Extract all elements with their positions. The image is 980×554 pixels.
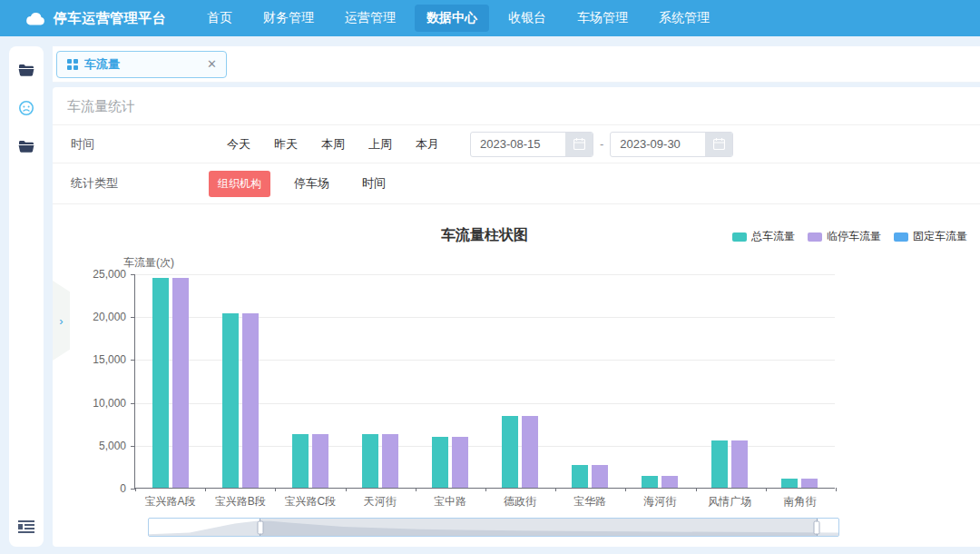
- y-tick-label: 15,000: [93, 353, 126, 366]
- x-tick-mark: [416, 488, 416, 491]
- bar-临停车流量: [662, 476, 678, 488]
- y-tick-label: 20,000: [93, 311, 126, 323]
- quick-range-昨天[interactable]: 昨天: [274, 136, 298, 153]
- bar-总车流量: [642, 476, 658, 488]
- bar-总车流量: [711, 440, 728, 488]
- bar-临停车流量: [312, 434, 328, 488]
- legend-label: 总车流量: [751, 229, 795, 244]
- indent-list-icon[interactable]: [17, 518, 35, 536]
- x-tick-mark: [766, 488, 767, 491]
- bar-group-宝兴路A段: 宝兴路A段: [135, 274, 205, 488]
- time-label: 时间: [53, 136, 227, 153]
- chart-legend: 总车流量临停车流量固定车流量: [732, 229, 967, 244]
- end-date-box: [610, 132, 733, 157]
- bar-临停车流量: [592, 465, 608, 488]
- legend-label: 临停车流量: [827, 229, 881, 244]
- datazoom-left-handle[interactable]: [257, 520, 263, 534]
- start-date-input[interactable]: [471, 137, 565, 151]
- quick-range-本周[interactable]: 本周: [321, 136, 345, 153]
- bar-groups: 宝兴路A段宝兴路B段宝兴路C段天河街宝中路德政街宝华路海河街风情广场南角街: [135, 274, 835, 488]
- folder-icon[interactable]: [17, 137, 35, 155]
- date-range-separator: -: [600, 137, 603, 151]
- bar-总车流量: [502, 416, 518, 488]
- type-option-组织机构[interactable]: 组织机构: [209, 171, 270, 197]
- bar-总车流量: [781, 479, 798, 488]
- bar-group-宝兴路B段: 宝兴路B段: [205, 274, 275, 488]
- bar-总车流量: [432, 437, 448, 488]
- grid-icon: [66, 58, 78, 70]
- x-axis-label: 宝兴路A段: [135, 494, 205, 509]
- face-icon[interactable]: [17, 99, 35, 117]
- x-axis-label: 宝中路: [415, 494, 485, 509]
- legend-marker: [808, 232, 822, 242]
- menu-item-首页[interactable]: 首页: [195, 5, 244, 32]
- legend-item-固定车流量[interactable]: 固定车流量: [894, 229, 967, 244]
- tab-strip: 车流量 ✕: [53, 46, 980, 83]
- tab-close-icon[interactable]: ✕: [207, 57, 217, 71]
- tab-label: 车流量: [84, 56, 201, 73]
- x-axis-label: 海河街: [625, 494, 695, 509]
- menu-item-系统管理[interactable]: 系统管理: [647, 5, 721, 32]
- bar-总车流量: [572, 465, 588, 488]
- x-tick-mark: [205, 488, 206, 491]
- calendar-icon[interactable]: [565, 132, 593, 157]
- x-tick-mark: [836, 488, 837, 491]
- datazoom-right-handle[interactable]: [814, 520, 820, 534]
- bar-总车流量: [362, 434, 378, 488]
- app-title: 停车运营管理平台: [54, 10, 166, 27]
- x-tick-mark: [485, 488, 486, 491]
- legend-label: 固定车流量: [913, 229, 967, 244]
- chart-header: 车流量柱状图 总车流量临停车流量固定车流量: [53, 226, 980, 248]
- bar-group-海河街: 海河街: [625, 274, 695, 488]
- datazoom-slider[interactable]: [148, 518, 839, 537]
- x-axis-label: 风情广场: [695, 494, 765, 509]
- time-filter-row: 时间 今天昨天本周上周本月 -: [53, 125, 980, 163]
- quick-range-buttons: 今天昨天本周上周本月: [227, 136, 439, 153]
- cloud-logo-icon: [25, 8, 45, 28]
- brand: 停车运营管理平台: [0, 8, 195, 28]
- bar-临停车流量: [382, 434, 398, 488]
- sidebar-collapse-handle[interactable]: ›: [53, 281, 70, 361]
- bar-group-宝华路: 宝华路: [555, 274, 625, 488]
- legend-item-总车流量[interactable]: 总车流量: [732, 229, 795, 244]
- x-axis-label: 宝兴路C段: [275, 494, 345, 509]
- menu-item-车场管理[interactable]: 车场管理: [565, 5, 640, 32]
- traffic-stats-panel: 车流量统计 时间 今天昨天本周上周本月 -: [53, 87, 980, 547]
- legend-marker: [732, 232, 747, 242]
- bar-总车流量: [222, 313, 239, 488]
- tab-traffic-flow[interactable]: 车流量 ✕: [56, 51, 227, 78]
- bar-总车流量: [292, 434, 309, 488]
- bar-临停车流量: [452, 437, 468, 488]
- bar-group-天河街: 天河街: [345, 274, 415, 488]
- x-axis-label: 南角街: [765, 494, 835, 509]
- menu-item-收银台[interactable]: 收银台: [496, 5, 558, 32]
- x-axis-label: 宝兴路B段: [205, 494, 275, 509]
- top-nav: 停车运营管理平台 首页财务管理运营管理数据中心收银台车场管理系统管理: [0, 0, 980, 36]
- bar-临停车流量: [801, 479, 818, 488]
- x-tick-mark: [346, 488, 347, 491]
- x-tick-mark: [696, 488, 697, 491]
- end-date-input[interactable]: [611, 137, 705, 151]
- start-date-box: [470, 132, 593, 157]
- folder-icon[interactable]: [17, 61, 35, 79]
- stat-type-row: 统计类型 组织机构停车场时间: [53, 163, 980, 204]
- x-axis-label: 天河街: [345, 494, 415, 509]
- bar-group-南角街: 南角街: [765, 274, 835, 488]
- menu-item-数据中心[interactable]: 数据中心: [415, 5, 489, 32]
- type-option-时间[interactable]: 时间: [353, 170, 395, 197]
- menu-item-运营管理[interactable]: 运营管理: [333, 5, 407, 32]
- x-tick-mark: [275, 488, 276, 491]
- legend-item-临停车流量[interactable]: 临停车流量: [808, 229, 881, 244]
- quick-range-今天[interactable]: 今天: [227, 136, 250, 153]
- quick-range-本月[interactable]: 本月: [416, 136, 439, 153]
- bar-group-宝中路: 宝中路: [415, 274, 485, 488]
- legend-marker: [894, 232, 908, 242]
- datazoom-window[interactable]: [260, 519, 818, 536]
- type-option-停车场[interactable]: 停车场: [285, 170, 338, 197]
- quick-range-上周[interactable]: 上周: [368, 136, 392, 153]
- x-axis-label: 德政街: [485, 494, 554, 509]
- y-tick-label: 0: [120, 482, 126, 495]
- menu-item-财务管理[interactable]: 财务管理: [251, 5, 326, 32]
- x-axis-label: 宝华路: [555, 494, 625, 509]
- calendar-icon[interactable]: [705, 132, 732, 157]
